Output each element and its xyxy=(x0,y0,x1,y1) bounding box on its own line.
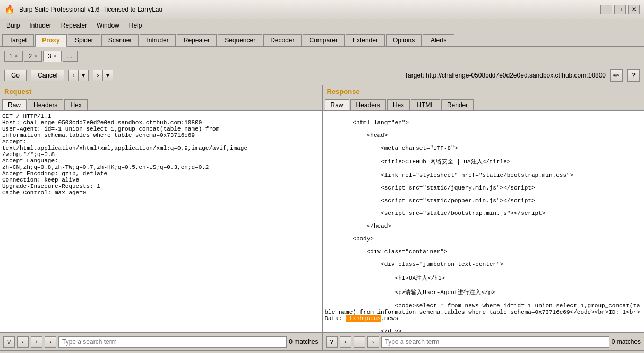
response-panel: Response Raw Headers Hex HTML Render <ht… xyxy=(323,85,645,350)
toolbar: Go Cancel ‹ ▾ › ▾ Target: http://challen… xyxy=(0,65,644,85)
tab-repeater[interactable]: Repeater xyxy=(177,34,217,46)
response-search-next[interactable]: + xyxy=(354,336,365,348)
tab-alerts[interactable]: Alerts xyxy=(423,34,454,46)
tab-decoder[interactable]: Decoder xyxy=(263,34,301,46)
response-title: Response xyxy=(323,85,645,98)
response-tab-headers[interactable]: Headers xyxy=(350,99,386,110)
title-bar-left: 🔥 Burp Suite Professional v1.6 - license… xyxy=(4,4,162,14)
response-tabs: Raw Headers Hex HTML Render xyxy=(323,98,645,111)
sub-tab-3-close[interactable]: × xyxy=(54,53,57,59)
tab-intruder[interactable]: Intruder xyxy=(140,34,175,46)
request-tab-hex[interactable]: Hex xyxy=(64,99,87,110)
tab-spider[interactable]: Spider xyxy=(68,34,100,46)
request-search-bar: ? ‹ + › 0 matches xyxy=(0,332,322,350)
response-tab-raw[interactable]: Raw xyxy=(325,99,349,110)
menu-bar: Burp Intruder Repeater Window Help xyxy=(0,19,644,32)
response-tab-render[interactable]: Render xyxy=(441,99,474,110)
response-search-help[interactable]: ? xyxy=(326,336,338,348)
request-search-next[interactable]: + xyxy=(31,336,42,348)
request-tab-headers[interactable]: Headers xyxy=(28,99,63,110)
tab-proxy[interactable]: Proxy xyxy=(35,34,67,47)
request-matches-label: 0 matches xyxy=(289,338,318,346)
menu-repeater[interactable]: Repeater xyxy=(57,21,91,30)
response-tab-html[interactable]: HTML xyxy=(411,99,440,110)
menu-help[interactable]: Help xyxy=(125,21,147,30)
forward-dropdown-button[interactable]: ▾ xyxy=(102,70,113,81)
minimize-button[interactable]: — xyxy=(600,5,612,14)
sub-tab-1[interactable]: 1 × xyxy=(4,51,23,62)
request-tab-raw[interactable]: Raw xyxy=(2,99,27,110)
response-tab-hex[interactable]: Hex xyxy=(387,99,410,110)
response-search-options[interactable]: › xyxy=(367,336,379,348)
title-controls: — □ ✕ xyxy=(600,5,640,14)
menu-burp[interactable]: Burp xyxy=(2,21,24,30)
app-icon: 🔥 xyxy=(4,4,15,14)
nav-forward-group: › ▾ xyxy=(93,70,113,81)
title-bar: 🔥 Burp Suite Professional v1.6 - license… xyxy=(0,0,644,19)
request-search-input[interactable] xyxy=(58,336,287,348)
response-search-prev[interactable]: ‹ xyxy=(340,336,351,348)
response-matches-label: 0 matches xyxy=(612,338,641,346)
back-dropdown-button[interactable]: ▾ xyxy=(78,70,89,81)
maximize-button[interactable]: □ xyxy=(614,5,626,14)
menu-window[interactable]: Window xyxy=(92,21,124,30)
request-search-prev[interactable]: ‹ xyxy=(17,336,29,348)
request-panel: Request Raw Headers Hex ? ‹ + › 0 matche… xyxy=(0,85,323,350)
sub-tab-more[interactable]: ... xyxy=(63,51,78,62)
back-button[interactable]: ‹ xyxy=(68,70,78,81)
cancel-button[interactable]: Cancel xyxy=(31,70,64,81)
response-content: <html lang="en"> <head> <meta charset="U… xyxy=(323,111,645,332)
title-text: Burp Suite Professional v1.6 - licensed … xyxy=(19,6,162,13)
tab-target[interactable]: Target xyxy=(2,34,34,46)
help-button[interactable]: ? xyxy=(627,69,640,82)
sub-tabs: 1 × 2 × 3 × ... xyxy=(0,47,644,65)
content-area: Request Raw Headers Hex ? ‹ + › 0 matche… xyxy=(0,85,644,350)
tab-options[interactable]: Options xyxy=(386,34,422,46)
status-bar: Done 1,067 bytes | 1,048 millis xyxy=(0,350,644,353)
tab-extender[interactable]: Extender xyxy=(346,34,385,46)
nav-back-group: ‹ ▾ xyxy=(68,70,89,81)
sub-tab-1-close[interactable]: × xyxy=(15,53,18,59)
target-label: Target: http://challenge-0508cdd7e0d2e0e… xyxy=(405,72,606,79)
request-tabs: Raw Headers Hex xyxy=(0,98,322,111)
sub-tab-2[interactable]: 2 × xyxy=(24,51,42,62)
go-button[interactable]: Go xyxy=(4,70,27,81)
tab-comparer[interactable]: Comparer xyxy=(303,34,345,46)
tab-scanner[interactable]: Scanner xyxy=(101,34,139,46)
sub-tab-2-close[interactable]: × xyxy=(34,53,37,59)
response-search-input[interactable] xyxy=(381,336,609,348)
request-search-options[interactable]: › xyxy=(45,336,56,348)
panels-container: 1 × 2 × 3 × ... Go Cancel ‹ ▾ › ▾ Target… xyxy=(0,47,644,350)
tab-sequencer[interactable]: Sequencer xyxy=(218,34,262,46)
sub-tab-3[interactable]: 3 × xyxy=(43,51,62,62)
forward-button[interactable]: › xyxy=(93,70,102,81)
response-search-bar: ? ‹ + › 0 matches xyxy=(323,332,645,350)
edit-target-button[interactable]: ✏ xyxy=(610,69,623,82)
main-tabs: Target Proxy Spider Scanner Intruder Rep… xyxy=(0,32,644,47)
request-title: Request xyxy=(0,85,322,98)
request-content[interactable] xyxy=(0,111,322,332)
close-button[interactable]: ✕ xyxy=(628,5,640,14)
menu-intruder[interactable]: Intruder xyxy=(25,21,55,30)
request-search-help[interactable]: ? xyxy=(3,336,15,348)
